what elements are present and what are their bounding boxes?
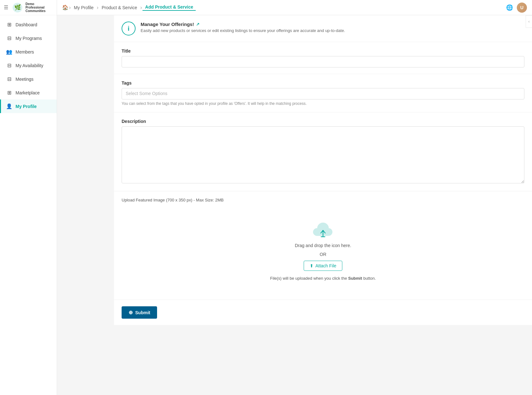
members-icon: 👥 — [6, 49, 12, 55]
upload-section: Upload Featured Image (700 x 350 px) - M… — [114, 191, 532, 300]
sidebar-item-my-programs[interactable]: ⊟ My Programs — [0, 31, 57, 45]
my-availability-icon: ⊟ — [6, 62, 12, 68]
topbar: 🏠 › My Profile › Product & Service › Add… — [57, 0, 532, 15]
submit-section: ⊕ Submit — [114, 300, 532, 325]
tags-hint: You can select from the tags that you ha… — [122, 101, 524, 106]
upload-notice: File(s) will be uploaded when you click … — [270, 276, 376, 281]
hamburger-icon[interactable]: ☰ — [4, 4, 8, 10]
sidebar-item-label: Members — [16, 49, 34, 54]
topbar-right: 🌐 U — [506, 3, 527, 13]
avatar-image: U — [517, 3, 527, 13]
tags-select[interactable]: Select Some Options — [122, 88, 524, 99]
my-profile-icon: 👤 — [6, 103, 12, 109]
description-section: Description — [114, 112, 532, 191]
sidebar-item-members[interactable]: 👥 Members — [0, 45, 57, 59]
sidebar-item-label: My Profile — [16, 104, 37, 109]
breadcrumb: 🏠 › My Profile › Product & Service › Add… — [62, 4, 196, 11]
tags-label: Tags — [122, 80, 524, 86]
breadcrumb-sep-1: › — [97, 5, 98, 10]
my-programs-icon: ⊟ — [6, 35, 12, 41]
description-input[interactable] — [122, 126, 524, 183]
attach-file-label: Attach File — [315, 263, 336, 268]
sidebar-item-my-profile[interactable]: 👤 My Profile — [0, 99, 57, 113]
breadcrumb-home-icon[interactable]: 🏠 — [62, 4, 68, 10]
app-logo-text: Demo Professional Communities — [25, 2, 53, 13]
sidebar-item-label: Meetings — [16, 77, 34, 82]
sidebar-header: ☰ 🌿 Demo Professional Communities — [0, 0, 57, 15]
content-area: i Manage Your Offerings! ↗ Easily add ne… — [114, 15, 532, 325]
cloud-upload-icon — [312, 220, 334, 239]
sidebar-item-label: My Availability — [16, 63, 43, 68]
dashboard-icon: ⊞ — [6, 22, 12, 28]
tags-section: Tags Select Some Options You can select … — [114, 74, 532, 112]
title-section: Title — [114, 42, 532, 74]
breadcrumb-add-product-service[interactable]: Add Product & Service — [142, 4, 196, 11]
submit-label: Submit — [135, 310, 150, 315]
svg-text:🌿: 🌿 — [14, 4, 21, 10]
upload-label: Upload Featured Image (700 x 350 px) - M… — [122, 198, 524, 202]
info-banner: i Manage Your Offerings! ↗ Easily add ne… — [114, 15, 532, 42]
sidebar-item-label: My Programs — [16, 36, 42, 41]
breadcrumb-product-service[interactable]: Product & Service — [99, 5, 140, 10]
main-content: i Manage Your Offerings! ↗ Easily add ne… — [114, 15, 532, 395]
breadcrumb-sep-0: › — [69, 5, 71, 10]
sidebar-item-meetings[interactable]: ⊟ Meetings — [0, 72, 57, 86]
app-logo-icon: 🌿 — [12, 2, 23, 13]
title-label: Title — [122, 48, 524, 54]
sidebar: ☰ 🌿 Demo Professional Communities ⊞ Dash… — [0, 0, 57, 395]
meetings-icon: ⊟ — [6, 76, 12, 82]
breadcrumb-sep-2: › — [140, 5, 142, 10]
external-link-icon[interactable]: ↗ — [196, 22, 200, 27]
title-input[interactable] — [122, 56, 524, 67]
info-banner-text: Manage Your Offerings! ↗ Easily add new … — [141, 22, 345, 33]
marketplace-icon: ⊞ — [6, 90, 12, 96]
tags-placeholder: Select Some Options — [126, 91, 168, 96]
info-banner-description: Easily add new products or services or e… — [141, 28, 345, 33]
breadcrumb-my-profile[interactable]: My Profile — [71, 5, 96, 10]
info-banner-title: Manage Your Offerings! ↗ — [141, 22, 345, 27]
sidebar-item-dashboard[interactable]: ⊞ Dashboard — [0, 18, 57, 31]
globe-icon[interactable]: 🌐 — [506, 4, 513, 11]
upload-or-text: OR — [320, 252, 326, 257]
sidebar-item-my-availability[interactable]: ⊟ My Availability — [0, 59, 57, 72]
collapse-sidebar-button[interactable]: ‹ — [526, 15, 532, 28]
attach-file-button[interactable]: ⬆ Attach File — [304, 261, 342, 271]
sidebar-item-label: Marketplace — [16, 90, 40, 95]
avatar[interactable]: U — [517, 3, 527, 13]
submit-icon: ⊕ — [129, 309, 133, 315]
sidebar-item-label: Dashboard — [16, 22, 37, 27]
description-label: Description — [122, 119, 524, 124]
sidebar-item-marketplace[interactable]: ⊞ Marketplace — [0, 86, 57, 99]
upload-dropzone[interactable]: Drag and drop the icon here. OR ⬆ Attach… — [122, 207, 524, 293]
submit-button[interactable]: ⊕ Submit — [122, 306, 157, 319]
upload-drag-text: Drag and drop the icon here. — [295, 243, 351, 248]
attach-icon: ⬆ — [310, 263, 314, 268]
sidebar-nav: ⊞ Dashboard ⊟ My Programs 👥 Members ⊟ My… — [0, 15, 57, 395]
info-circle-icon: i — [122, 22, 136, 35]
